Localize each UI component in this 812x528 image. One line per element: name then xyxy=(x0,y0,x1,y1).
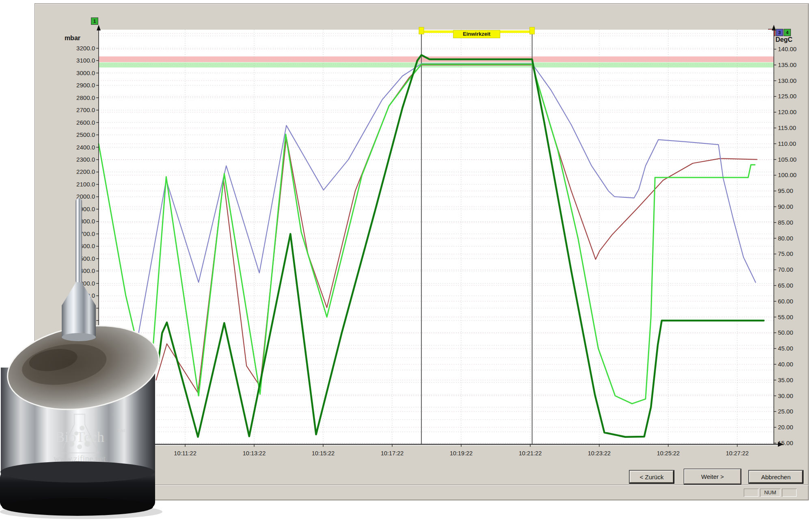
right-tick-label: 100.00 xyxy=(778,171,797,178)
right-tick-label: 60.00 xyxy=(778,298,793,305)
x-tick-label: 10:11:22 xyxy=(174,450,196,457)
left-tick-label: 1600.0 xyxy=(76,242,95,249)
page: 3200.03100.03000.02900.02800.02700.02600… xyxy=(0,0,812,528)
right-tick-label: 15.00 xyxy=(778,439,793,446)
right-tick-label: 40.00 xyxy=(778,361,793,368)
x-tick-label: 10:15:22 xyxy=(312,450,335,457)
x-tick-label: 10:17:22 xyxy=(381,450,404,457)
left-tick-label: 2400.0 xyxy=(76,144,95,151)
left-tick-label: 2100.0 xyxy=(76,181,95,188)
right-tick-label: 55.00 xyxy=(778,314,793,320)
left-tick-label: 1500.0 xyxy=(76,255,95,262)
right-tick-label: 80.00 xyxy=(778,235,793,242)
left-tick-label: 3200.0 xyxy=(76,45,95,52)
x-tick-label: 10:27:22 xyxy=(726,450,749,457)
right-tick-label: 115.00 xyxy=(778,124,796,131)
x-tick-label: 10:23:22 xyxy=(588,450,611,457)
right-tick-label: 65.00 xyxy=(778,282,793,289)
x-tick-label: 10:25:22 xyxy=(657,450,680,457)
right-tick-label: 135.00 xyxy=(778,61,797,68)
right-tick-label: 95.00 xyxy=(778,187,793,194)
right-tick-label: 90.00 xyxy=(778,203,793,210)
wizard-window: 3200.03100.03000.02900.02800.02700.02600… xyxy=(35,3,809,500)
right-tick-label: 85.00 xyxy=(778,219,793,226)
x-tick-label: 10:21:22 xyxy=(519,450,542,457)
left-tick-label: 2700.0 xyxy=(76,106,95,113)
left-tick-label: 1800.0 xyxy=(76,218,95,225)
holding-time-label: Einwirkzeit xyxy=(453,30,500,38)
right-tick-label: 30.00 xyxy=(778,392,793,399)
right-tick-label: 70.00 xyxy=(778,266,793,273)
right-tick-label: 130.00 xyxy=(778,77,797,84)
left-tick-label: 1700.0 xyxy=(76,230,95,237)
cursor-handle[interactable] xyxy=(530,27,535,34)
left-tick-label: 2900.0 xyxy=(76,82,95,89)
left-tick-label: 1400.0 xyxy=(76,267,95,274)
cursor-handle[interactable] xyxy=(419,27,424,34)
x-tick-label: 10:13:22 xyxy=(243,450,266,457)
right-tick-label: 25.00 xyxy=(778,408,793,415)
right-tick-label: 140.00 xyxy=(778,45,797,52)
left-tick-label: 3100.0 xyxy=(76,57,95,64)
left-tick-label: 1000.0 xyxy=(76,317,95,324)
right-tick-label: 75.00 xyxy=(778,250,793,257)
left-tick-label: 1100.0 xyxy=(77,305,95,312)
right-tick-label: 35.00 xyxy=(778,377,793,383)
left-tick-label: 2600.0 xyxy=(76,119,95,126)
right-tick-label: 125.00 xyxy=(778,93,797,100)
trend-chart: 3200.03100.03000.02900.02800.02700.02600… xyxy=(35,4,808,500)
left-tick-label: 2300.0 xyxy=(76,156,95,163)
right-tick-label: 110.00 xyxy=(778,140,796,147)
right-axis-arrow-icon xyxy=(772,25,776,30)
left-tick-label: 1900.0 xyxy=(76,206,95,212)
left-tick-label: 900.0 xyxy=(80,329,95,336)
left-tick-label: 2000.0 xyxy=(76,193,95,200)
left-tick-label: 1200.0 xyxy=(76,292,95,299)
left-tick-label: 3000.0 xyxy=(76,69,95,76)
right-tick-label: 50.00 xyxy=(778,329,793,336)
logger-shadow xyxy=(0,504,162,519)
left-tick-label: 1300.0 xyxy=(76,280,95,287)
right-tick-label: 45.00 xyxy=(778,345,793,352)
right-tick-label: 120.00 xyxy=(778,108,797,115)
left-tick-label: 2800.0 xyxy=(76,94,95,101)
left-axis-arrow-icon xyxy=(97,25,101,30)
left-tick-label: 2200.0 xyxy=(76,168,95,175)
x-tick-label: 10:19:22 xyxy=(450,450,473,457)
right-tick-label: 105.00 xyxy=(778,156,797,163)
left-tick-label: 2500.0 xyxy=(76,131,95,138)
right-tick-label: 20.00 xyxy=(778,424,793,431)
